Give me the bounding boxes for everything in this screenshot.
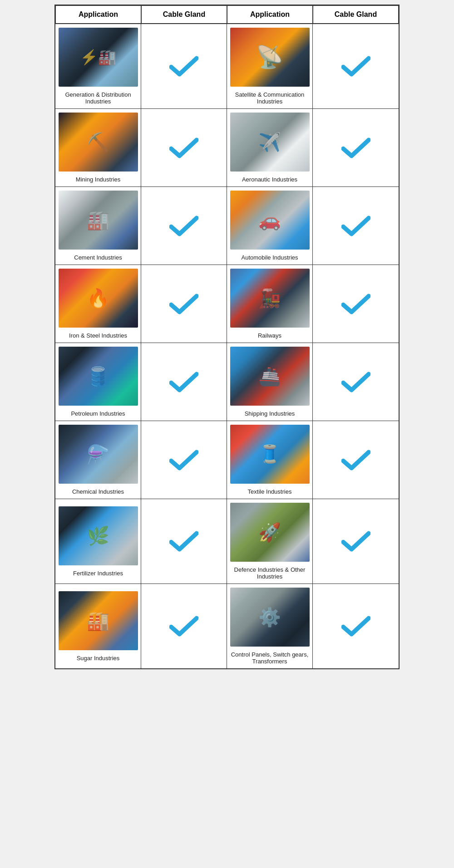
right-industry-img-7: [230, 588, 310, 647]
right-industry-cell-5: Textile Industries: [227, 421, 313, 499]
right-industry-label-7: Control Panels, Switch gears, Transforme…: [230, 651, 310, 665]
header-row: Application Cable Gland Application Cabl…: [55, 5, 399, 24]
left-check-cell-6: [141, 499, 227, 584]
data-row-4: Petroleum Industries Shipping Industries: [55, 343, 399, 421]
right-check-cell-1: [313, 109, 399, 186]
left-industry-img-4: [59, 347, 138, 406]
right-industry-cell-0: Satellite & Communication Industries: [227, 24, 313, 108]
left-industry-cell-3: Iron & Steel Industries: [55, 265, 141, 343]
left-industry-img-3: [59, 269, 138, 328]
left-industry-cell-1: Mining Industries: [55, 109, 141, 186]
right-check-cell-2: [313, 187, 399, 265]
left-industry-img-6: [59, 506, 138, 565]
right-industry-img-5: [230, 425, 310, 484]
left-checkmark-6: [144, 503, 224, 580]
right-industry-img-2: [230, 191, 310, 250]
header-application-right: Application: [227, 5, 313, 24]
left-check-cell-5: [141, 421, 227, 499]
right-industry-label-5: Textile Industries: [248, 488, 292, 495]
right-checkmark-7: [316, 588, 396, 665]
left-checkmark-5: [144, 425, 224, 495]
right-industry-label-2: Automobile Industries: [241, 254, 298, 261]
left-industry-label-4: Petroleum Industries: [71, 410, 125, 417]
left-check-cell-2: [141, 187, 227, 265]
right-industry-cell-7: Control Panels, Switch gears, Transforme…: [227, 584, 313, 668]
right-checkmark-5: [316, 425, 396, 495]
right-checkmark-6: [316, 503, 396, 580]
left-industry-img-2: [59, 191, 138, 250]
right-industry-cell-4: Shipping Industries: [227, 343, 313, 421]
right-industry-img-4: [230, 347, 310, 406]
header-application-left: Application: [55, 5, 141, 24]
header-cablegland-left: Cable Gland: [141, 5, 227, 24]
right-industry-cell-6: Defence Industries & Other Industries: [227, 499, 313, 584]
header-col4-label: Cable Gland: [335, 10, 377, 18]
right-industry-label-1: Aeronautic Industries: [242, 176, 297, 183]
main-table: Application Cable Gland Application Cabl…: [54, 5, 400, 669]
right-check-cell-3: [313, 265, 399, 343]
right-checkmark-4: [316, 347, 396, 417]
right-industry-img-1: [230, 113, 310, 172]
right-industry-label-6: Defence Industries & Other Industries: [230, 566, 310, 580]
left-check-cell-0: [141, 24, 227, 108]
left-checkmark-0: [144, 28, 224, 105]
right-industry-label-3: Railways: [258, 332, 281, 339]
left-industry-cell-7: Sugar Industries: [55, 584, 141, 668]
right-checkmark-3: [316, 269, 396, 339]
left-industry-img-0: [59, 28, 138, 87]
left-industry-label-6: Fertilizer Industries: [73, 570, 123, 577]
right-industry-cell-1: Aeronautic Industries: [227, 109, 313, 186]
left-checkmark-4: [144, 347, 224, 417]
left-checkmark-7: [144, 588, 224, 665]
right-check-cell-5: [313, 421, 399, 499]
right-checkmark-0: [316, 28, 396, 105]
header-col1-label: Application: [79, 10, 118, 18]
rows-container: Generation & Distribution Industries Sat…: [55, 24, 399, 668]
left-checkmark-1: [144, 113, 224, 183]
left-industry-cell-2: Cement Industries: [55, 187, 141, 265]
left-checkmark-3: [144, 269, 224, 339]
left-industry-label-5: Chemical Industries: [72, 488, 124, 495]
right-industry-label-4: Shipping Industries: [245, 410, 295, 417]
left-industry-img-1: [59, 113, 138, 172]
left-check-cell-1: [141, 109, 227, 186]
right-checkmark-2: [316, 191, 396, 261]
header-col2-label: Cable Gland: [163, 10, 205, 18]
data-row-6: Fertilizer Industries Defence Industries…: [55, 499, 399, 584]
data-row-1: Mining Industries Aeronautic Industries: [55, 108, 399, 186]
data-row-2: Cement Industries Automobile Industries: [55, 186, 399, 265]
data-row-7: Sugar Industries Control Panels, Switch …: [55, 584, 399, 668]
right-industry-img-0: [230, 28, 310, 87]
right-check-cell-0: [313, 24, 399, 108]
left-check-cell-3: [141, 265, 227, 343]
left-industry-cell-0: Generation & Distribution Industries: [55, 24, 141, 108]
left-checkmark-2: [144, 191, 224, 261]
right-industry-label-0: Satellite & Communication Industries: [230, 91, 310, 105]
right-checkmark-1: [316, 113, 396, 183]
right-check-cell-4: [313, 343, 399, 421]
header-col3-label: Application: [250, 10, 290, 18]
left-check-cell-4: [141, 343, 227, 421]
header-cablegland-right: Cable Gland: [313, 5, 399, 24]
left-industry-label-2: Cement Industries: [74, 254, 122, 261]
right-check-cell-6: [313, 499, 399, 584]
left-industry-label-0: Generation & Distribution Industries: [58, 91, 138, 105]
left-industry-cell-4: Petroleum Industries: [55, 343, 141, 421]
left-industry-img-7: [59, 591, 138, 650]
data-row-5: Chemical Industries Textile Industries: [55, 421, 399, 499]
left-industry-cell-5: Chemical Industries: [55, 421, 141, 499]
data-row-0: Generation & Distribution Industries Sat…: [55, 24, 399, 108]
left-industry-label-1: Mining Industries: [76, 176, 120, 183]
right-industry-cell-2: Automobile Industries: [227, 187, 313, 265]
right-industry-img-3: [230, 269, 310, 328]
left-industry-label-3: Iron & Steel Industries: [69, 332, 127, 339]
data-row-3: Iron & Steel Industries Railways: [55, 265, 399, 343]
left-industry-label-7: Sugar Industries: [77, 655, 120, 662]
left-industry-cell-6: Fertilizer Industries: [55, 499, 141, 584]
right-industry-img-6: [230, 503, 310, 562]
left-industry-img-5: [59, 425, 138, 484]
left-check-cell-7: [141, 584, 227, 668]
right-check-cell-7: [313, 584, 399, 668]
right-industry-cell-3: Railways: [227, 265, 313, 343]
